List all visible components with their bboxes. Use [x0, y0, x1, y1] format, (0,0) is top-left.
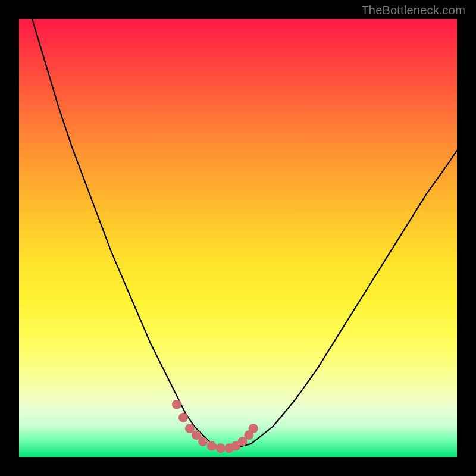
curve-overlay: [19, 19, 457, 457]
bead-point: [249, 424, 258, 433]
plot-area: [19, 19, 457, 457]
bead-point: [178, 413, 188, 422]
bead-point: [198, 437, 208, 446]
bottleneck-curve: [32, 19, 457, 448]
bead-point: [207, 441, 217, 451]
bead-point: [216, 443, 226, 453]
trough-beads: [172, 400, 258, 453]
bead-point: [172, 400, 181, 409]
chart-frame: TheBottleneck.com: [0, 0, 476, 476]
watermark-text: TheBottleneck.com: [361, 4, 465, 17]
